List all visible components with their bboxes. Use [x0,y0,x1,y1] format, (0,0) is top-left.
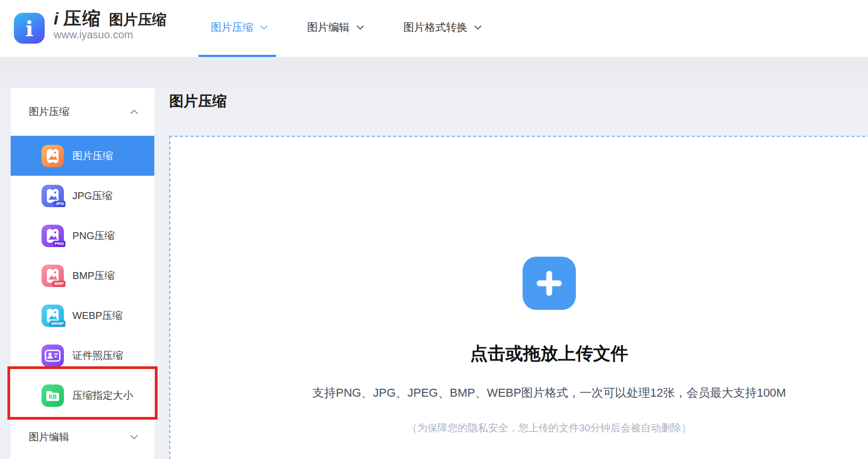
active-tab-indicator [199,55,276,57]
kb-size-icon: KB [42,384,64,407]
chevron-down-icon [357,25,364,30]
sidebar-item-id-photo-compress[interactable]: 证件照压缩 [11,335,154,375]
webp-compress-icon: WEBP [42,305,64,327]
chevron-down-icon [130,435,138,440]
sidebar: 图片压缩 图片压缩 JPG JPG压缩 [11,88,154,459]
sidebar-section-label: 图片压缩 [29,105,69,119]
sidebar-item-label: 证件照压缩 [72,349,123,363]
nav-item-image-compress[interactable]: 图片压缩 [197,0,281,55]
brand-logo-icon[interactable]: i [14,13,45,44]
sidebar-section-label: 图片编辑 [29,430,69,444]
bmp-badge: BMP [53,281,65,287]
add-files-button[interactable] [523,257,576,310]
sidebar-item-label: WEBP压缩 [72,309,122,323]
brand-title-i: i [54,11,59,27]
sidebar-item-webp-compress[interactable]: WEBP WEBP压缩 [11,296,154,335]
sidebar-item-compress-to-size[interactable]: KB 压缩指定大小 [11,375,154,415]
sidebar-section-image-edit[interactable]: 图片编辑 [11,415,154,459]
sidebar-item-label: JPG压缩 [72,189,112,203]
webp-badge: WEBP [49,321,65,327]
plus-icon [534,268,564,298]
brand-logo-letter: i [25,16,33,41]
jpg-badge: JPG [54,201,65,207]
brand-title-main: 压缩 [63,9,102,27]
bmp-compress-icon: BMP [42,265,64,287]
sidebar-item-bmp-compress[interactable]: BMP BMP压缩 [11,256,154,296]
brand-title: i 压缩 图片压缩 [54,9,167,27]
sidebar-item-image-compress[interactable]: 图片压缩 [11,136,154,176]
header: i i 压缩 图片压缩 www.iyasuo.com 图片压缩 图片编辑 图片格… [0,0,868,57]
nav-item-label: 图片编辑 [307,20,350,35]
top-nav: 图片压缩 图片编辑 图片格式转换 [197,0,495,55]
sidebar-item-png-compress[interactable]: PNG PNG压缩 [11,216,154,256]
sidebar-item-label: 压缩指定大小 [72,389,133,403]
brand-url: www.iyasuo.com [54,29,167,40]
sidebar-item-label: BMP压缩 [72,269,114,283]
sidebar-section-image-compress[interactable]: 图片压缩 [11,88,154,136]
brand-title-sub: 图片压缩 [109,13,167,27]
nav-item-label: 图片格式转换 [403,20,467,35]
brand-text: i 压缩 图片压缩 www.iyasuo.com [54,9,167,40]
chevron-up-icon [130,109,138,114]
nav-item-label: 图片压缩 [211,20,253,35]
sidebar-item-jpg-compress[interactable]: JPG JPG压缩 [11,176,154,216]
upload-dropzone[interactable]: 点击或拖放上传文件 支持PNG、JPG、JPEG、BMP、WEBP图片格式，一次… [169,136,868,459]
sidebar-item-label: 图片压缩 [72,149,113,163]
jpg-compress-icon: JPG [42,185,64,207]
kb-icon-text: KB [49,394,56,400]
png-compress-icon: PNG [42,225,64,247]
upload-cta-text: 点击或拖放上传文件 [170,342,868,366]
chevron-down-icon [260,25,268,30]
chevron-down-icon [474,25,482,30]
nav-item-format-convert[interactable]: 图片格式转换 [390,0,495,55]
id-photo-icon [42,345,64,367]
page-title: 图片压缩 [169,92,227,111]
upload-privacy-note: （为保障您的隐私安全，您上传的文件30分钟后会被自动删除） [170,421,868,435]
png-badge: PNG [53,241,65,247]
sidebar-item-label: PNG压缩 [72,229,114,243]
image-compress-icon [42,145,64,167]
upload-formats-note: 支持PNG、JPG、JPEG、BMP、WEBP图片格式，一次可以处理12张，会员… [170,385,868,401]
nav-item-image-edit[interactable]: 图片编辑 [294,0,377,55]
